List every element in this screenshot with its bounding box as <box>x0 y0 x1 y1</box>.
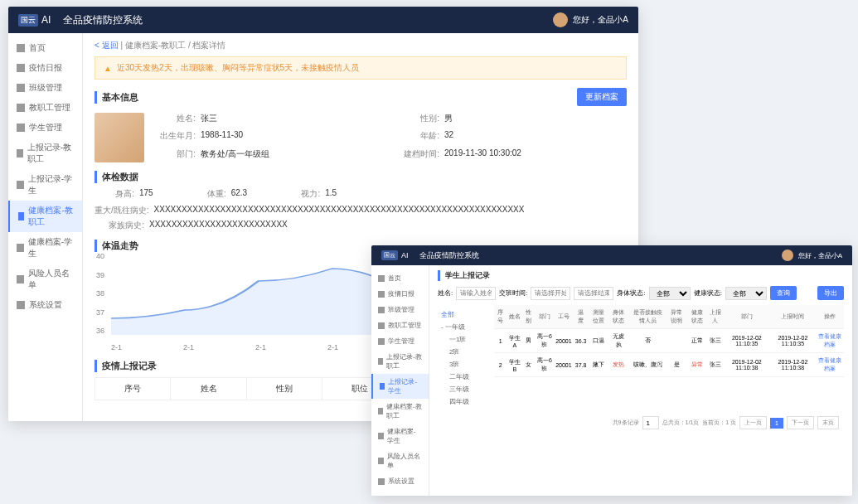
prev-page-button[interactable]: 上一页 <box>739 416 767 429</box>
sidebar: 首页疫情日报班级管理教职工管理学生管理上报记录-教职工上报记录-学生健康档案-教… <box>8 33 83 421</box>
alert-banner: 近30天发热2天，出现咳嗽、胸闷等异常症状5天，未接触疫情人员 <box>95 56 627 80</box>
breadcrumb: < 返回 | 健康档案-教职工 / 档案详情 <box>95 40 627 56</box>
sidebar-item[interactable]: 学生管理 <box>8 118 82 138</box>
tree-node[interactable]: 二年级 <box>449 371 484 383</box>
menu-icon <box>378 322 385 329</box>
sidebar-item[interactable]: 上报记录-学生 <box>371 374 429 399</box>
app-logo: 国云AI 全品疫情防控系统 <box>381 250 479 261</box>
section-title: 体检数据 <box>95 171 627 183</box>
menu-icon <box>378 338 385 345</box>
table-row: 1学生A男高一6班2000136.3口温无虞执否正常张三2019-12-02 1… <box>494 329 844 353</box>
tree-node[interactable]: 一1班 <box>449 333 484 346</box>
sidebar-item[interactable]: 上报记录-学生 <box>8 169 82 201</box>
menu-icon <box>17 84 25 92</box>
pagination: 共9条记录 总共页：1/1页当前页：1 页 上一页 1 下一页 末页 <box>438 411 844 434</box>
menu-icon <box>17 149 23 158</box>
tree-node[interactable]: 2班 <box>449 346 484 358</box>
menu-icon <box>17 124 25 132</box>
sidebar-item[interactable]: 健康档案-学生 <box>8 232 82 264</box>
profile-photo <box>95 113 144 162</box>
menu-icon <box>17 64 25 72</box>
start-date-input[interactable] <box>531 287 570 300</box>
menu-icon <box>380 383 385 390</box>
user-badge[interactable]: 您好，全品小A <box>553 12 628 27</box>
menu-icon <box>378 478 385 485</box>
menu-icon <box>17 181 24 189</box>
page-input[interactable] <box>642 416 659 429</box>
filter-bar: 姓名: 交班时间: 身体状态:全部 健康状态:全部 查询 导出 <box>438 286 844 300</box>
student-report-table: 序号姓名性别部门工号温度测量位置身体状态是否接触疫情人员异常说明健康状态上报人部… <box>494 305 844 377</box>
sidebar-item[interactable]: 首页 <box>371 270 429 286</box>
name-input[interactable] <box>456 287 496 300</box>
menu-icon <box>17 44 25 52</box>
sidebar-item[interactable]: 风险人员名单 <box>371 448 429 473</box>
export-button[interactable]: 导出 <box>817 286 844 300</box>
page-title: 学生上报记录 <box>438 270 844 281</box>
sidebar-item[interactable]: 教职工管理 <box>8 98 82 118</box>
sidebar-item[interactable]: 上报记录-教职工 <box>8 138 82 169</box>
app-logo: 国云AI 全品疫情防控系统 <box>18 13 143 27</box>
sidebar-item[interactable]: 教职工管理 <box>371 317 429 333</box>
back-link[interactable]: < 返回 <box>95 41 119 50</box>
sidebar-item[interactable]: 班级管理 <box>371 302 429 317</box>
last-page-button[interactable]: 末页 <box>817 416 839 429</box>
menu-icon <box>17 104 25 112</box>
next-page-button[interactable]: 下一页 <box>787 416 814 429</box>
sidebar-item[interactable]: 首页 <box>8 38 82 58</box>
menu-icon <box>378 358 383 365</box>
avatar <box>782 250 793 261</box>
sidebar-item[interactable]: 系统设置 <box>8 295 82 315</box>
sidebar-item[interactable]: 风险人员名单 <box>8 264 82 295</box>
menu-icon <box>378 307 385 313</box>
menu-icon <box>17 244 24 252</box>
sidebar-item[interactable]: 健康档案-教职工 <box>8 201 82 232</box>
class-tree: 全部 - 一年级 一1班2班3班二年级三年级四年级 <box>438 305 487 411</box>
user-badge[interactable]: 您好，全品小A <box>782 250 842 261</box>
menu-icon <box>18 212 24 220</box>
update-profile-button[interactable]: 更新档案 <box>577 88 627 106</box>
section-title: 基本信息 <box>95 91 138 104</box>
view-profile-link[interactable]: 查看健康档案 <box>816 329 844 353</box>
sidebar-item[interactable]: 系统设置 <box>371 473 429 489</box>
health-status-select[interactable]: 全部 <box>725 287 767 300</box>
tree-node[interactable]: 四年级 <box>449 395 484 408</box>
menu-icon <box>378 458 384 464</box>
sidebar-item[interactable]: 班级管理 <box>8 78 82 98</box>
menu-icon <box>378 291 385 298</box>
sidebar-item[interactable]: 疫情日报 <box>8 58 82 78</box>
table-row: 2学生B女高一6班2000137.8腋下发热咳嗽、腹泻是异常张三2019-12-… <box>494 353 844 377</box>
menu-icon <box>378 275 385 282</box>
body-status-select[interactable]: 全部 <box>649 287 691 300</box>
search-button[interactable]: 查询 <box>770 286 797 300</box>
sidebar-item[interactable]: 健康档案-教职工 <box>371 399 429 424</box>
tree-node-all[interactable]: 全部 <box>441 308 484 321</box>
menu-icon <box>378 408 383 414</box>
menu-icon <box>378 433 384 439</box>
view-profile-link[interactable]: 查看健康档案 <box>816 353 844 377</box>
sidebar-item[interactable]: 学生管理 <box>371 333 429 349</box>
menu-icon <box>17 301 25 309</box>
tree-node[interactable]: 三年级 <box>449 383 484 395</box>
sidebar-item[interactable]: 健康档案-学生 <box>371 424 429 448</box>
sidebar: 首页疫情日报班级管理教职工管理学生管理上报记录-教职工上报记录-学生健康档案-教… <box>371 265 429 496</box>
sidebar-item[interactable]: 上报记录-教职工 <box>371 349 429 374</box>
menu-icon <box>17 275 24 284</box>
tree-node-grade[interactable]: - 一年级 <box>441 321 484 333</box>
tree-node[interactable]: 3班 <box>449 358 484 371</box>
avatar <box>553 12 568 27</box>
page-1-button[interactable]: 1 <box>770 418 783 429</box>
sidebar-item[interactable]: 疫情日报 <box>371 286 429 302</box>
end-date-input[interactable] <box>574 287 613 300</box>
